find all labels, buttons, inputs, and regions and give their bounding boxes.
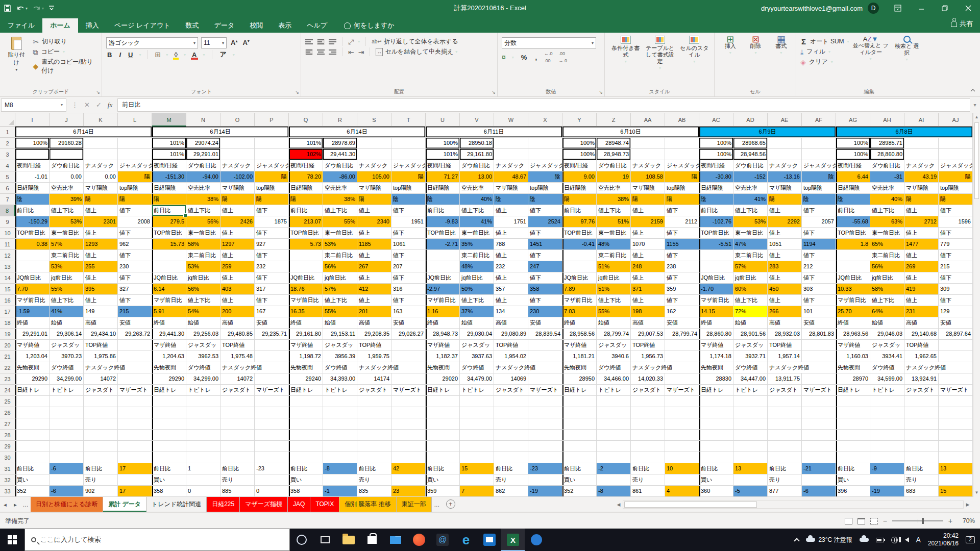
cell[interactable] [494, 418, 528, 430]
label-cell[interactable]: 値上下比 [733, 205, 768, 216]
cell[interactable]: 1,174.18 [699, 351, 733, 362]
cell[interactable] [118, 351, 152, 362]
label-cell[interactable] [323, 474, 357, 486]
cell[interactable]: 1477 [904, 239, 939, 250]
underline-button[interactable]: U [127, 51, 134, 59]
column-header-S[interactable]: S [357, 113, 391, 127]
cell[interactable]: 352 [562, 486, 597, 497]
cell[interactable] [802, 373, 836, 385]
mail-button[interactable] [384, 529, 407, 551]
row-header-32[interactable]: 32 [0, 474, 15, 486]
cell[interactable] [391, 407, 426, 418]
label-cell[interactable]: マザ陽陰 [904, 183, 939, 194]
cell[interactable] [939, 441, 973, 452]
label-cell[interactable]: トピトレ [460, 385, 494, 396]
row-header-19[interactable]: 19 [0, 329, 15, 340]
label-cell[interactable]: JQ前日比 [562, 272, 597, 284]
italic-button[interactable]: I [118, 51, 122, 59]
label-cell[interactable]: マザ終値 [562, 340, 597, 351]
cell[interactable]: 885 [220, 486, 255, 497]
formula-input[interactable]: 前日比 [117, 98, 970, 112]
pct-cell[interactable] [15, 149, 50, 160]
label-cell[interactable]: 値下 [118, 272, 152, 284]
row-header-16[interactable]: 16 [0, 295, 15, 306]
cell[interactable]: 396 [836, 486, 870, 497]
label-cell[interactable]: 夜間/日経 [289, 160, 323, 171]
cell[interactable]: 29,235.71 [255, 329, 289, 340]
cell[interactable]: 陽 [152, 194, 186, 205]
label-cell[interactable]: 前日比 [289, 205, 323, 216]
cell[interactable]: 162 [665, 306, 699, 317]
cell[interactable] [562, 396, 597, 407]
cell[interactable]: 47% [733, 239, 768, 250]
label-cell[interactable] [528, 474, 562, 486]
cell[interactable]: 129 [939, 306, 973, 317]
label-cell[interactable]: ナスダック終値 [904, 362, 973, 373]
shrink-font-button[interactable]: A▾ [241, 39, 250, 46]
cell[interactable]: 9.00 [562, 171, 597, 183]
label-cell[interactable]: ダウ終値 [186, 362, 220, 373]
cell[interactable]: 2524 [528, 216, 562, 228]
cell[interactable]: 269 [904, 261, 939, 272]
cell[interactable] [528, 441, 562, 452]
cell[interactable] [904, 452, 939, 463]
label-cell[interactable]: 値下 [255, 250, 289, 261]
cell[interactable] [631, 407, 665, 418]
label-cell[interactable] [255, 340, 289, 351]
label-cell[interactable]: 始値 [870, 317, 904, 329]
mail2-button[interactable] [478, 529, 501, 551]
middle-align-icon[interactable] [317, 39, 325, 45]
cell[interactable]: 14174 [357, 373, 391, 385]
cell[interactable]: 212 [802, 261, 836, 272]
label-cell[interactable]: ナスダック [631, 160, 665, 171]
cell[interactable]: 陽 [904, 194, 939, 205]
label-cell[interactable]: 売り [904, 474, 939, 486]
find-select-button[interactable]: 検索と 選択▾ [892, 36, 922, 87]
cell[interactable] [904, 418, 939, 430]
label-cell[interactable]: マザ前日比 [836, 295, 870, 306]
cell[interactable]: -19 [870, 486, 904, 497]
label-cell[interactable]: 前日比 [699, 205, 733, 216]
cell[interactable]: 238 [665, 261, 699, 272]
cell[interactable] [220, 430, 255, 441]
row-header-24[interactable]: 24 [0, 385, 15, 396]
cell[interactable]: 29,140.68 [904, 329, 939, 340]
cell[interactable]: 902 [84, 486, 118, 497]
cell[interactable]: 419 [904, 284, 939, 295]
row-header-2[interactable]: 2 [0, 138, 15, 149]
cell[interactable] [631, 452, 665, 463]
cell[interactable] [15, 441, 50, 452]
cell[interactable]: 陽 [84, 194, 118, 205]
cell[interactable] [802, 138, 836, 149]
zoom-in-icon[interactable]: + [948, 517, 952, 525]
ribbon-tab-挿入[interactable]: 挿入 [78, 18, 107, 33]
cell[interactable] [939, 452, 973, 463]
cell[interactable] [802, 452, 836, 463]
cell[interactable]: 57% [50, 239, 84, 250]
cell[interactable] [391, 351, 426, 362]
label-cell[interactable]: マザーズト [802, 385, 836, 396]
cell[interactable]: 51% [597, 284, 631, 295]
avatar[interactable]: D [868, 3, 879, 14]
sheet-tab-日経225[interactable]: 日経225 [207, 497, 240, 512]
cell[interactable] [255, 452, 289, 463]
label-cell[interactable]: 始値 [323, 317, 357, 329]
page-layout-view-icon[interactable] [857, 518, 865, 524]
cell[interactable]: 0.00 [84, 171, 118, 183]
cell[interactable] [768, 418, 802, 430]
cell[interactable]: 51% [597, 261, 631, 272]
label-cell[interactable] [665, 474, 699, 486]
zoom-out-icon[interactable]: − [883, 517, 887, 525]
label-cell[interactable]: 終値 [426, 317, 460, 329]
label-cell[interactable]: 値下 [802, 250, 836, 261]
cell[interactable] [118, 418, 152, 430]
ribbon-display-options-icon[interactable] [886, 0, 910, 16]
cell[interactable] [665, 138, 699, 149]
label-cell[interactable] [186, 474, 220, 486]
label-cell[interactable]: 値上 [220, 205, 255, 216]
label-cell[interactable] [460, 474, 494, 486]
label-cell[interactable]: jq前日比 [323, 272, 357, 284]
label-cell[interactable]: top陽陰 [939, 183, 973, 194]
cell[interactable] [631, 418, 665, 430]
cell[interactable] [391, 430, 426, 441]
